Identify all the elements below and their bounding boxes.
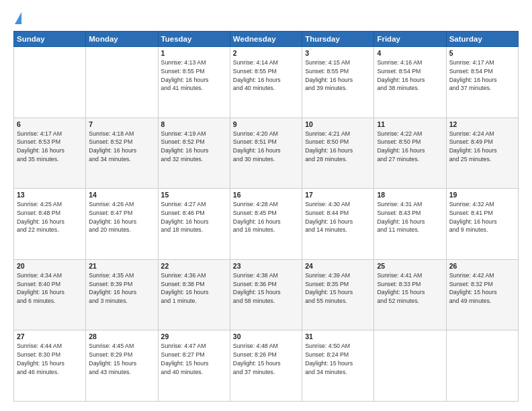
day-cell: 14Sunrise: 4:26 AM Sunset: 8:47 PM Dayli… (86, 189, 158, 260)
col-header-thursday: Thursday (302, 32, 374, 47)
day-number: 31 (305, 332, 371, 340)
day-info: Sunrise: 4:17 AM Sunset: 8:54 PM Dayligh… (449, 58, 515, 93)
day-number: 15 (161, 191, 227, 199)
day-number: 9 (233, 120, 299, 128)
logo-icon (15, 12, 21, 24)
day-info: Sunrise: 4:47 AM Sunset: 8:27 PM Dayligh… (161, 342, 227, 376)
day-number: 4 (377, 49, 443, 57)
day-number: 2 (233, 49, 299, 57)
day-cell: 28Sunrise: 4:45 AM Sunset: 8:29 PM Dayli… (86, 330, 158, 402)
day-cell: 4Sunrise: 4:16 AM Sunset: 8:54 PM Daylig… (374, 47, 446, 118)
day-cell: 6Sunrise: 4:17 AM Sunset: 8:53 PM Daylig… (14, 118, 86, 189)
week-row-3: 20Sunrise: 4:34 AM Sunset: 8:40 PM Dayli… (14, 259, 519, 330)
page: SundayMondayTuesdayWednesdayThursdayFrid… (0, 0, 532, 411)
day-number: 20 (17, 262, 83, 270)
day-cell: 25Sunrise: 4:41 AM Sunset: 8:33 PM Dayli… (374, 259, 446, 330)
day-cell: 12Sunrise: 4:24 AM Sunset: 8:49 PM Dayli… (446, 118, 518, 189)
day-number: 16 (233, 191, 299, 199)
day-cell: 9Sunrise: 4:20 AM Sunset: 8:51 PM Daylig… (230, 118, 302, 189)
day-info: Sunrise: 4:21 AM Sunset: 8:50 PM Dayligh… (305, 130, 371, 164)
day-number: 7 (89, 120, 154, 128)
day-number: 11 (377, 120, 443, 128)
col-header-monday: Monday (86, 32, 158, 47)
col-header-tuesday: Tuesday (158, 32, 230, 47)
day-number: 14 (89, 191, 154, 199)
day-cell: 20Sunrise: 4:34 AM Sunset: 8:40 PM Dayli… (14, 259, 86, 330)
day-number: 30 (233, 332, 299, 340)
day-cell: 7Sunrise: 4:18 AM Sunset: 8:52 PM Daylig… (86, 118, 158, 189)
day-number: 18 (377, 191, 443, 199)
day-info: Sunrise: 4:41 AM Sunset: 8:33 PM Dayligh… (377, 271, 443, 306)
day-info: Sunrise: 4:13 AM Sunset: 8:55 PM Dayligh… (161, 58, 227, 93)
day-number: 28 (89, 332, 154, 340)
day-number: 27 (17, 332, 83, 340)
day-number: 29 (161, 332, 227, 340)
day-number: 24 (305, 262, 371, 270)
day-number: 25 (377, 262, 443, 270)
day-number: 8 (161, 120, 227, 128)
day-info: Sunrise: 4:26 AM Sunset: 8:47 PM Dayligh… (89, 200, 154, 234)
day-info: Sunrise: 4:38 AM Sunset: 8:36 PM Dayligh… (233, 271, 299, 306)
day-info: Sunrise: 4:42 AM Sunset: 8:32 PM Dayligh… (449, 271, 515, 306)
day-cell: 16Sunrise: 4:28 AM Sunset: 8:45 PM Dayli… (230, 189, 302, 260)
day-cell: 3Sunrise: 4:15 AM Sunset: 8:55 PM Daylig… (302, 47, 374, 118)
day-info: Sunrise: 4:36 AM Sunset: 8:38 PM Dayligh… (161, 271, 227, 306)
day-cell: 23Sunrise: 4:38 AM Sunset: 8:36 PM Dayli… (230, 259, 302, 330)
day-cell: 11Sunrise: 4:22 AM Sunset: 8:50 PM Dayli… (374, 118, 446, 189)
day-cell: 2Sunrise: 4:14 AM Sunset: 8:55 PM Daylig… (230, 47, 302, 118)
week-row-2: 13Sunrise: 4:25 AM Sunset: 8:48 PM Dayli… (14, 189, 519, 260)
day-cell (86, 47, 158, 118)
day-info: Sunrise: 4:14 AM Sunset: 8:55 PM Dayligh… (233, 58, 299, 93)
day-info: Sunrise: 4:32 AM Sunset: 8:41 PM Dayligh… (449, 200, 515, 234)
day-cell: 8Sunrise: 4:19 AM Sunset: 8:52 PM Daylig… (158, 118, 230, 189)
day-number: 1 (161, 49, 227, 57)
day-info: Sunrise: 4:20 AM Sunset: 8:51 PM Dayligh… (233, 130, 299, 164)
day-info: Sunrise: 4:44 AM Sunset: 8:30 PM Dayligh… (17, 342, 83, 376)
logo (13, 12, 21, 24)
day-number: 26 (449, 262, 515, 270)
day-cell: 31Sunrise: 4:50 AM Sunset: 8:24 PM Dayli… (302, 330, 374, 402)
day-cell: 27Sunrise: 4:44 AM Sunset: 8:30 PM Dayli… (14, 330, 86, 402)
day-cell: 17Sunrise: 4:30 AM Sunset: 8:44 PM Dayli… (302, 189, 374, 260)
day-number: 13 (17, 191, 83, 199)
day-cell: 29Sunrise: 4:47 AM Sunset: 8:27 PM Dayli… (158, 330, 230, 402)
day-cell: 19Sunrise: 4:32 AM Sunset: 8:41 PM Dayli… (446, 189, 518, 260)
header (13, 12, 519, 24)
day-number: 3 (305, 49, 371, 57)
calendar: SundayMondayTuesdayWednesdayThursdayFrid… (13, 31, 519, 402)
day-info: Sunrise: 4:28 AM Sunset: 8:45 PM Dayligh… (233, 200, 299, 234)
day-number: 17 (305, 191, 371, 199)
day-cell: 21Sunrise: 4:35 AM Sunset: 8:39 PM Dayli… (86, 259, 158, 330)
day-info: Sunrise: 4:22 AM Sunset: 8:50 PM Dayligh… (377, 130, 443, 164)
day-number: 22 (161, 262, 227, 270)
day-info: Sunrise: 4:17 AM Sunset: 8:53 PM Dayligh… (17, 130, 83, 164)
day-cell: 1Sunrise: 4:13 AM Sunset: 8:55 PM Daylig… (158, 47, 230, 118)
day-cell: 10Sunrise: 4:21 AM Sunset: 8:50 PM Dayli… (302, 118, 374, 189)
col-header-saturday: Saturday (446, 32, 518, 47)
week-row-0: 1Sunrise: 4:13 AM Sunset: 8:55 PM Daylig… (14, 47, 519, 118)
day-info: Sunrise: 4:45 AM Sunset: 8:29 PM Dayligh… (89, 342, 154, 376)
day-info: Sunrise: 4:25 AM Sunset: 8:48 PM Dayligh… (17, 200, 83, 234)
day-cell: 18Sunrise: 4:31 AM Sunset: 8:43 PM Dayli… (374, 189, 446, 260)
day-number: 12 (449, 120, 515, 128)
day-info: Sunrise: 4:35 AM Sunset: 8:39 PM Dayligh… (89, 271, 154, 306)
day-number: 23 (233, 262, 299, 270)
week-row-1: 6Sunrise: 4:17 AM Sunset: 8:53 PM Daylig… (14, 118, 519, 189)
col-header-friday: Friday (374, 32, 446, 47)
day-info: Sunrise: 4:18 AM Sunset: 8:52 PM Dayligh… (89, 130, 154, 164)
day-info: Sunrise: 4:24 AM Sunset: 8:49 PM Dayligh… (449, 130, 515, 164)
day-cell: 26Sunrise: 4:42 AM Sunset: 8:32 PM Dayli… (446, 259, 518, 330)
day-number: 6 (17, 120, 83, 128)
day-cell (14, 47, 86, 118)
day-info: Sunrise: 4:48 AM Sunset: 8:26 PM Dayligh… (233, 342, 299, 376)
day-cell: 5Sunrise: 4:17 AM Sunset: 8:54 PM Daylig… (446, 47, 518, 118)
col-header-sunday: Sunday (14, 32, 86, 47)
day-info: Sunrise: 4:50 AM Sunset: 8:24 PM Dayligh… (305, 342, 371, 376)
col-header-wednesday: Wednesday (230, 32, 302, 47)
day-cell (446, 330, 518, 402)
day-info: Sunrise: 4:30 AM Sunset: 8:44 PM Dayligh… (305, 200, 371, 234)
day-cell: 30Sunrise: 4:48 AM Sunset: 8:26 PM Dayli… (230, 330, 302, 402)
day-info: Sunrise: 4:19 AM Sunset: 8:52 PM Dayligh… (161, 130, 227, 164)
day-number: 19 (449, 191, 515, 199)
day-info: Sunrise: 4:34 AM Sunset: 8:40 PM Dayligh… (17, 271, 83, 306)
